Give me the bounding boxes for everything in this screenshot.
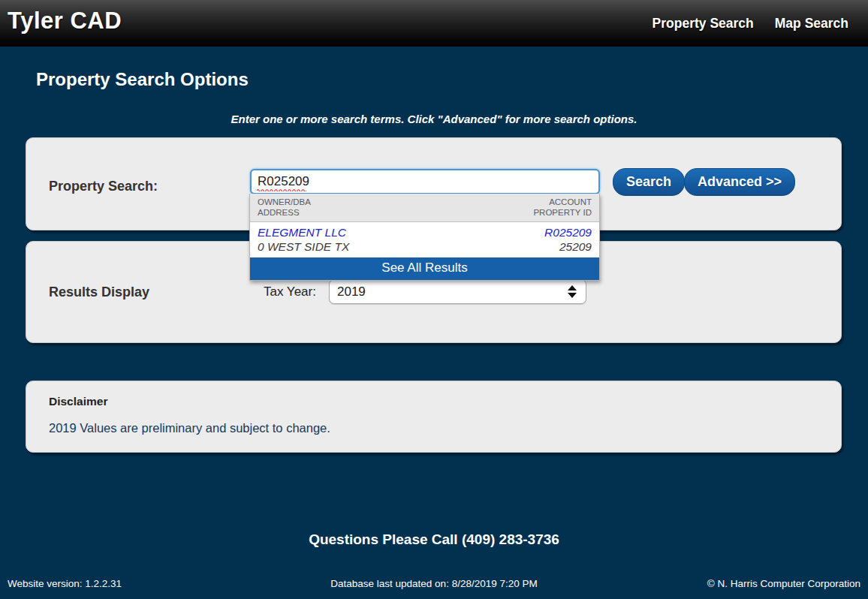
result-owner-link[interactable]: ELEGMENT LLC bbox=[258, 225, 349, 239]
search-button[interactable]: Search bbox=[613, 168, 685, 196]
tax-year-select[interactable]: 2019 bbox=[329, 279, 586, 304]
results-display-label: Results Display bbox=[49, 284, 149, 300]
header-address: ADDRESS bbox=[258, 207, 311, 218]
header-owner-dba: OWNER/DBA bbox=[258, 197, 311, 207]
disclaimer-title: Disclaimer bbox=[49, 395, 107, 408]
search-instruction: Enter one or more search terms. Click "A… bbox=[0, 113, 868, 125]
footer-bar: Website version: 1.2.2.31 Database last … bbox=[0, 576, 868, 599]
questions-phone-line: Questions Please Call (409) 283-3736 bbox=[0, 531, 868, 548]
up-down-arrows-icon bbox=[568, 285, 577, 298]
page-title: Property Search Options bbox=[36, 69, 249, 90]
disclaimer-panel: Disclaimer 2019 Values are preliminary a… bbox=[26, 381, 842, 453]
main-nav: Property Search Map Search bbox=[653, 16, 868, 32]
tyler-cad-page: Tyler CAD Property Search Map Search Pro… bbox=[0, 0, 868, 599]
result-property-id: 25209 bbox=[544, 239, 592, 254]
result-owner-address: ELEGMENT LLC 0 WEST SIDE TX bbox=[258, 225, 349, 254]
website-version: Website version: 1.2.2.31 bbox=[8, 578, 122, 589]
nav-property-search[interactable]: Property Search bbox=[653, 16, 754, 32]
header-account: ACCOUNT bbox=[533, 197, 592, 207]
result-address: 0 WEST SIDE TX bbox=[258, 239, 349, 254]
nav-map-search[interactable]: Map Search bbox=[775, 16, 848, 32]
app-logo[interactable]: Tyler CAD bbox=[0, 8, 122, 39]
header-property-id: PROPERTY ID bbox=[533, 207, 592, 218]
result-account-link[interactable]: R025209 bbox=[544, 225, 592, 239]
autocomplete-dropdown: OWNER/DBA ADDRESS ACCOUNT PROPERTY ID EL… bbox=[249, 194, 600, 281]
autocomplete-header-right: ACCOUNT PROPERTY ID bbox=[533, 197, 592, 218]
autocomplete-header-left: OWNER/DBA ADDRESS bbox=[258, 197, 311, 218]
property-search-label: Property Search: bbox=[49, 179, 158, 194]
autocomplete-header: OWNER/DBA ADDRESS ACCOUNT PROPERTY ID bbox=[250, 194, 599, 222]
see-all-results-button[interactable]: See All Results bbox=[250, 257, 599, 280]
tax-year-label: Tax Year: bbox=[264, 284, 316, 300]
top-header: Tyler CAD Property Search Map Search bbox=[0, 0, 868, 47]
advanced-button[interactable]: Advanced >> bbox=[684, 168, 795, 196]
tax-year-value: 2019 bbox=[337, 284, 366, 300]
search-input-wrap bbox=[250, 169, 600, 194]
result-account-id: R025209 25209 bbox=[544, 225, 592, 254]
disclaimer-text: 2019 Values are preliminary and subject … bbox=[49, 421, 330, 435]
copyright: © N. Harris Computer Corporation bbox=[707, 578, 860, 589]
autocomplete-result-row[interactable]: ELEGMENT LLC 0 WEST SIDE TX R025209 2520… bbox=[250, 222, 599, 257]
property-search-input[interactable] bbox=[250, 169, 600, 194]
